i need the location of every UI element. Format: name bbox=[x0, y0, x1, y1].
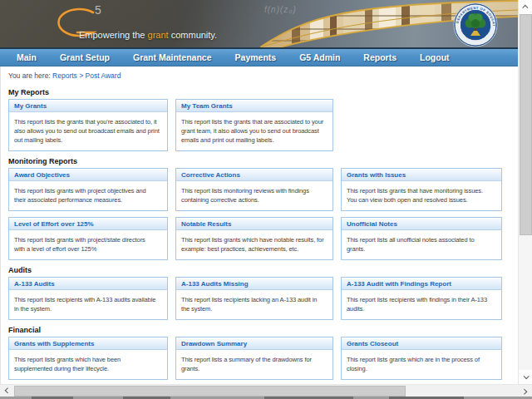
report-card-a-133-audits[interactable]: A-133 AuditsThis report lists recipients… bbox=[8, 277, 168, 320]
report-card-title[interactable]: A-133 Audit with Findings Report bbox=[342, 278, 501, 290]
scroll-up-button[interactable] bbox=[519, 0, 532, 14]
section-financial: FinancialGrants with SupplementsThis rep… bbox=[1, 326, 518, 380]
report-card-description: This report lists grants with project/st… bbox=[9, 230, 167, 259]
report-card-title[interactable]: A-133 Audits bbox=[9, 278, 167, 290]
vertical-scrollbar[interactable] bbox=[518, 0, 532, 384]
chevron-left-icon bbox=[5, 387, 11, 393]
nav-item-grant-setup[interactable]: Grant Setup bbox=[48, 52, 121, 62]
report-card-level-of-effort-over-125[interactable]: Level of Effort over 125%This report lis… bbox=[8, 217, 168, 260]
report-card-description: This report lists a summary of the drawd… bbox=[176, 350, 332, 379]
report-card-title[interactable]: Award Objectives bbox=[9, 169, 167, 181]
report-card-description: This report lists the grants that you're… bbox=[9, 112, 167, 150]
chevron-up-icon bbox=[522, 5, 528, 11]
nav-item-payments[interactable]: Payments bbox=[224, 52, 288, 62]
report-card-description: This report lists recipients with A-133 … bbox=[9, 290, 167, 319]
report-card-drawdown-summary[interactable]: Drawdown SummaryThis report lists a summ… bbox=[175, 337, 333, 380]
department-of-education-seal: DEPARTMENT OF EDUCATION UNITED STATES OF… bbox=[452, 2, 499, 47]
breadcrumb-separator: > bbox=[77, 71, 86, 80]
section-monitoring-reports: Monitoring ReportsAward ObjectivesThis r… bbox=[1, 157, 518, 260]
report-card-a-133-audits-missing[interactable]: A-133 Audits MissingThis report lists re… bbox=[175, 277, 333, 320]
horizontal-scrollbar[interactable] bbox=[0, 384, 532, 397]
report-card-description: This report lists grants with project ob… bbox=[9, 181, 167, 210]
breadcrumb-link-post-award[interactable]: Post Award bbox=[86, 71, 121, 80]
card-grid: Award ObjectivesThis report lists grants… bbox=[8, 168, 518, 260]
nav-item-reports[interactable]: Reports bbox=[352, 52, 408, 62]
report-card-description: This report lists recipients with findin… bbox=[342, 290, 501, 319]
report-card-my-grants[interactable]: My GrantsThis report lists the grants th… bbox=[8, 99, 168, 151]
nav-item-main[interactable]: Main bbox=[5, 52, 48, 62]
g5-portal-window: f(n)(z₀) bbox=[0, 0, 532, 399]
report-card-description: This report lists the grants that are as… bbox=[176, 112, 332, 150]
report-card-title[interactable]: Unofficial Notes bbox=[342, 218, 501, 230]
breadcrumb-link-reports[interactable]: Reports bbox=[52, 71, 77, 80]
report-card-description: This report lists grants which are in th… bbox=[342, 350, 501, 379]
g5-logo-five: 5 bbox=[95, 3, 101, 17]
report-card-title[interactable]: Grants Closeout bbox=[342, 337, 501, 350]
report-card-title[interactable]: My Team Grants bbox=[176, 100, 332, 112]
report-card-grants-with-issues[interactable]: Grants with IssuesThis report lists gran… bbox=[341, 168, 502, 211]
report-card-my-team-grants[interactable]: My Team GrantsThis report lists the gran… bbox=[175, 99, 333, 151]
chevron-right-icon bbox=[521, 388, 527, 394]
banner: f(n)(z₀) bbox=[0, 0, 518, 47]
section-title: Monitoring Reports bbox=[8, 157, 518, 165]
report-card-award-objectives[interactable]: Award ObjectivesThis report lists grants… bbox=[8, 168, 168, 211]
breadcrumb: You are here: Reports > Post Award bbox=[1, 66, 518, 82]
scroll-down-button[interactable] bbox=[519, 370, 532, 384]
main-nav: MainGrant SetupGrant MaintenancePayments… bbox=[0, 47, 518, 66]
horizontal-scrollbar-thumb[interactable] bbox=[14, 386, 406, 397]
report-card-title[interactable]: Grants with Issues bbox=[342, 169, 501, 181]
report-card-description: This report lists all unofficial notes a… bbox=[342, 230, 501, 259]
report-card-description: This report lists grants which have nota… bbox=[176, 230, 332, 259]
report-card-a-133-audit-with-findings-report[interactable]: A-133 Audit with Findings ReportThis rep… bbox=[341, 277, 502, 320]
report-card-title[interactable]: My Grants bbox=[9, 100, 167, 112]
tagline-grant-word: grant bbox=[148, 30, 169, 40]
section-title: Financial bbox=[8, 326, 518, 334]
report-card-description: This report lists grants which have been… bbox=[9, 350, 167, 379]
scroll-left-button[interactable] bbox=[0, 385, 14, 397]
chevron-down-icon bbox=[524, 373, 530, 379]
card-grid: Grants with SupplementsThis report lists… bbox=[8, 337, 518, 380]
report-card-title[interactable]: Drawdown Summary bbox=[176, 337, 332, 350]
scroll-right-button[interactable] bbox=[518, 385, 532, 397]
nav-item-logout[interactable]: Logout bbox=[408, 52, 461, 62]
nav-item-g5-admin[interactable]: G5 Admin bbox=[288, 52, 352, 62]
section-audits: AuditsA-133 AuditsThis report lists reci… bbox=[1, 266, 518, 320]
report-card-notable-results[interactable]: Notable ResultsThis report lists grants … bbox=[175, 217, 333, 260]
report-card-title[interactable]: A-133 Audits Missing bbox=[176, 278, 332, 290]
section-my-reports: My ReportsMy GrantsThis report lists the… bbox=[1, 88, 518, 151]
report-card-grants-with-supplements[interactable]: Grants with SupplementsThis report lists… bbox=[8, 337, 168, 380]
card-grid: A-133 AuditsThis report lists recipients… bbox=[8, 277, 518, 320]
report-card-unofficial-notes[interactable]: Unofficial NotesThis report lists all un… bbox=[341, 217, 502, 260]
report-card-corrective-actions[interactable]: Corrective ActionsThis report lists moni… bbox=[175, 168, 333, 211]
report-card-title[interactable]: Grants with Supplements bbox=[9, 337, 167, 350]
breadcrumb-prefix: You are here: bbox=[8, 71, 52, 80]
vertical-scrollbar-thumb[interactable] bbox=[520, 14, 532, 235]
report-card-title[interactable]: Notable Results bbox=[176, 218, 332, 230]
report-card-description: This report lists recipients lacking an … bbox=[176, 290, 332, 319]
report-card-title[interactable]: Corrective Actions bbox=[176, 169, 332, 181]
tagline: Empowering the grant community. bbox=[79, 30, 217, 40]
content-area: You are here: Reports > Post Award My Re… bbox=[0, 66, 518, 384]
nav-item-grant-maintenance[interactable]: Grant Maintenance bbox=[121, 52, 224, 62]
section-title: My Reports bbox=[8, 88, 518, 96]
report-card-description: This report lists grants that have monit… bbox=[342, 181, 501, 210]
section-title: Audits bbox=[8, 266, 518, 274]
report-sections: My ReportsMy GrantsThis report lists the… bbox=[1, 88, 518, 380]
report-card-grants-closeout[interactable]: Grants CloseoutThis report lists grants … bbox=[341, 337, 502, 380]
report-card-title[interactable]: Level of Effort over 125% bbox=[9, 218, 167, 230]
report-card-description: This report lists monitoring reviews wit… bbox=[176, 181, 332, 210]
card-grid: My GrantsThis report lists the grants th… bbox=[8, 99, 518, 151]
